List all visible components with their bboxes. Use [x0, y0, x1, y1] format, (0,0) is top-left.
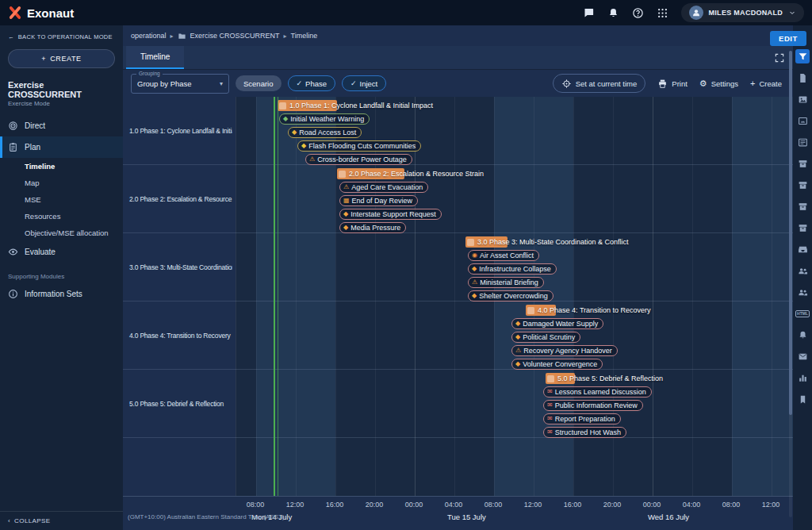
sidebar-item-objective-mse-allocation[interactable]: Objective/MSE allocation [0, 225, 123, 241]
grouping-select[interactable]: Grouping Group by Phase ▾ [131, 74, 229, 94]
group-label: 4.0 Phase 4: Transition to Recovery [123, 301, 232, 369]
inject-chip[interactable]: ✉Lessons Learned Discussion [543, 386, 652, 398]
inject-chip[interactable]: ◆Volunteer Convergence [511, 359, 603, 370]
inject-chip[interactable]: ▦End of Day Review [339, 195, 418, 206]
chat-icon[interactable] [583, 7, 595, 19]
inject-chip[interactable]: ◆Initial Weather Warning [279, 113, 370, 125]
breadcrumb-operational[interactable]: operational [131, 32, 167, 40]
sidebar-item-information-sets[interactable]: Information Sets [0, 283, 123, 305]
inject-chip[interactable]: ◆Road Access Lost [288, 127, 362, 138]
set-at-current-time-button[interactable]: Set at current time [553, 74, 646, 93]
filter-chip-scenario[interactable]: Scenario [236, 75, 282, 91]
bookmark-icon[interactable] [795, 392, 810, 406]
filter-chip-inject[interactable]: ✓Inject [342, 75, 386, 91]
inject-chip[interactable]: ◆Media Pressure [339, 222, 406, 233]
avatar [689, 6, 703, 20]
inject-label: Volunteer Convergence [523, 360, 597, 368]
inject-label: Shelter Overcrowding [479, 292, 548, 300]
print-button[interactable]: Print [657, 79, 688, 89]
hour-tick-label: 12:00 [517, 501, 549, 509]
fullscreen-icon[interactable] [774, 52, 785, 63]
photo-icon[interactable] [795, 92, 810, 106]
breadcrumb-separator: ▸ [170, 33, 174, 40]
bell-icon[interactable] [795, 328, 810, 342]
inject-chip[interactable]: ✉Public Information Review [543, 400, 643, 411]
inject-chip[interactable]: ⚠Cross-border Power Outage [305, 154, 412, 165]
inject-chip[interactable]: ◆Flash Flooding Cuts Communities [297, 140, 421, 152]
inject-chip[interactable]: ◆Damaged Water Supply [511, 318, 603, 329]
vertical-scrollbar[interactable] [789, 51, 792, 517]
clipboard-icon [8, 142, 18, 152]
sidebar-item-evaluate[interactable]: Evaluate [0, 241, 123, 263]
users-icon[interactable] [795, 263, 810, 278]
archive-icon[interactable] [795, 221, 810, 235]
chip-label: Scenario [243, 79, 274, 88]
frame-icon[interactable] [795, 113, 810, 128]
filter-chip-phase[interactable]: ✓Phase [288, 75, 335, 91]
settings-button[interactable]: ⚙Settings [699, 79, 738, 88]
gantt-rows: 1.0 Phase 1: Cyclone Landfall & Initia..… [123, 97, 793, 438]
envelope-icon: ✉ [547, 402, 553, 409]
inject-chip[interactable]: ⚠Recovery Agency Handover [511, 345, 618, 356]
inject-chip[interactable]: ◆Interstate Support Request [339, 209, 442, 220]
back-to-operational-mode-link[interactable]: ← BACK TO OPERATIONAL MODE [0, 25, 123, 44]
html-icon[interactable]: HTML [795, 306, 810, 321]
diamond-icon: ◆ [283, 116, 288, 122]
phase-bar-handle-icon [527, 307, 534, 314]
archive-icon[interactable] [795, 178, 810, 192]
filter-icon[interactable] [795, 49, 810, 63]
sidebar-item-label: Plan [25, 143, 40, 152]
archive-icon[interactable] [795, 199, 810, 213]
inject-label: Aged Care Evacuation [351, 183, 423, 191]
card-icon[interactable] [795, 135, 810, 149]
html-icon-label: HTML [795, 310, 810, 317]
chart-icon[interactable] [795, 371, 810, 385]
user-menu[interactable]: MILES MACDONALD [681, 3, 805, 22]
app-logo[interactable]: Exonaut [8, 6, 74, 20]
inject-chip[interactable]: ✉Report Preparation [543, 413, 621, 424]
sidebar-item-direct[interactable]: Direct [0, 115, 123, 136]
inject-chip[interactable]: ◆Political Scrutiny [511, 332, 580, 343]
breadcrumb-timeline[interactable]: Timeline [291, 32, 318, 40]
inject-label: Recovery Agency Handover [523, 347, 612, 355]
tab-timeline[interactable]: Timeline [126, 46, 184, 69]
inject-chip[interactable]: ⚠Ministerial Briefing [468, 277, 544, 288]
top-bar: Exonaut MILES MACDONALD [0, 0, 812, 25]
users-icon[interactable] [795, 285, 810, 299]
check-icon: ✓ [297, 79, 303, 87]
sidebar-item-map[interactable]: Map [0, 175, 123, 191]
sidebar-item-resources[interactable]: Resources [0, 208, 123, 225]
archive-icon[interactable] [795, 156, 810, 171]
back-link-label: BACK TO OPERATIONAL MODE [18, 33, 113, 40]
sidebar-item-plan[interactable]: Plan [0, 136, 123, 158]
breadcrumb-exercise[interactable]: Exercise CROSSCURRENT [190, 32, 280, 40]
breadcrumb: operational ▸ Exercise CROSSCURRENT ▸ Ti… [123, 25, 793, 46]
mail-icon[interactable] [795, 349, 810, 363]
inject-label: Political Scrutiny [523, 333, 575, 341]
sidebar-item-mse[interactable]: MSE [0, 191, 123, 208]
create-button[interactable]: + CREATE [8, 49, 115, 68]
timeline-group-row: 2.0 Phase 2: Escalation & Resource S...2… [123, 165, 793, 233]
inject-chip[interactable]: ⚠Aged Care Evacuation [339, 182, 428, 193]
help-icon[interactable] [632, 7, 644, 19]
sidebar-item-timeline[interactable]: Timeline [0, 158, 123, 175]
phase-bar-label: 1.0 Phase 1: Cyclone Landfall & Initial … [289, 100, 433, 111]
inject-chip[interactable]: ◆Shelter Overcrowding [468, 290, 553, 301]
tray-icon[interactable] [795, 242, 810, 256]
inject-chip[interactable]: ◉Air Asset Conflict [468, 250, 539, 261]
inject-chip[interactable]: ◆Infrastructure Collapse [468, 263, 557, 275]
inject-label: Structured Hot Wash [555, 428, 621, 436]
notifications-bell-icon[interactable] [607, 7, 619, 19]
edit-button[interactable]: EDIT [770, 31, 806, 46]
file-icon[interactable] [795, 71, 810, 85]
folder-icon [178, 32, 186, 40]
create-button[interactable]: +Create [750, 79, 782, 88]
inject-chip[interactable]: ✉Structured Hot Wash [543, 427, 626, 438]
crosshair-icon [561, 79, 572, 89]
filter-chips: Scenario✓Phase✓Inject [236, 75, 386, 91]
hour-tick-label: 08:00 [477, 501, 509, 509]
apps-grid-icon[interactable] [657, 7, 668, 19]
scrollbar-thumb[interactable] [789, 51, 792, 415]
day-label: Wed 16 July [648, 513, 689, 521]
collapse-sidebar-button[interactable]: ‹ COLLAPSE [0, 511, 123, 530]
